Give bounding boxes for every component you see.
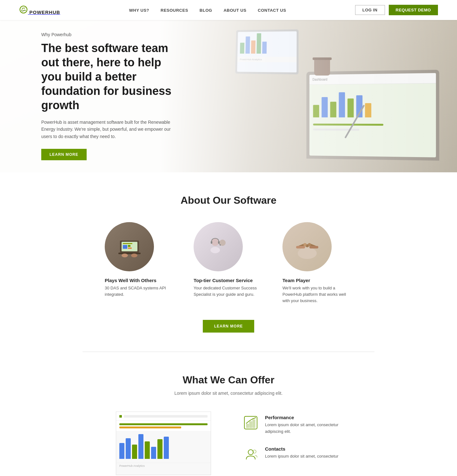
about-learn-more-button[interactable]: LEARN MORE (203, 320, 255, 333)
svg-rect-20 (296, 246, 305, 248)
svg-rect-24 (249, 421, 252, 428)
screenshot-chart-area (116, 431, 211, 463)
about-section-title: About Our Software (19, 195, 438, 206)
svg-rect-23 (246, 424, 249, 428)
laptop-icon (115, 233, 144, 261)
offer-section: What We Can Offer Lorem ipsum dolor sit … (0, 352, 457, 476)
logo[interactable]: POWERHUB (19, 5, 60, 15)
logo-text: POWERHUB (29, 10, 60, 15)
svg-rect-4 (123, 243, 132, 244)
card-desc-service: Your dedicated Customer Success Speciali… (194, 285, 263, 298)
svg-point-9 (131, 254, 137, 257)
chart-bar-2 (126, 438, 131, 459)
request-demo-button[interactable]: REQUEST DEMO (389, 5, 438, 15)
svg-point-0 (20, 6, 27, 13)
card-image-team (282, 222, 332, 271)
nav-link-resources[interactable]: RESOURCES (161, 8, 188, 13)
offer-item-performance: Performance Lorem ipsum dolor sit amet, … (243, 415, 341, 434)
chart-bar-6 (151, 447, 156, 459)
svg-rect-3 (118, 253, 141, 254)
card-team-player: Team Player We'll work with you to build… (282, 222, 352, 304)
chart-bar-5 (145, 441, 150, 459)
offer-item-contacts-text: Contacts Lorem ipsum dolor sit amet, con… (265, 446, 338, 459)
svg-point-8 (122, 254, 128, 257)
svg-point-17 (298, 248, 317, 259)
svg-rect-5 (123, 245, 127, 249)
hero-section: Dashboard (0, 20, 457, 172)
nav-link-why-us[interactable]: WHY US? (129, 8, 149, 13)
offer-items-list: Performance Lorem ipsum dolor sit amet, … (243, 412, 341, 462)
card-title-service: Top-tier Customer Service (194, 278, 263, 283)
chart-bar-7 (157, 439, 162, 459)
chart-bar-8 (164, 437, 169, 459)
screenshot-bar-orange (119, 426, 181, 428)
screenshot-dot (119, 415, 122, 418)
contacts-icon (243, 446, 258, 462)
offer-contacts-title: Contacts (265, 446, 338, 452)
offer-section-title: What We Can Offer (19, 374, 438, 386)
hero-description: PowerHub is asset management software bu… (41, 119, 175, 140)
svg-point-11 (210, 247, 220, 253)
navigation: POWERHUB WHY US? RESOURCES BLOG ABOUT US… (0, 0, 457, 20)
nav-link-contact-us[interactable]: CONTACT US (258, 8, 286, 13)
chart-icon (243, 415, 258, 430)
screenshot-bar-green (119, 423, 208, 425)
logo-icon (19, 5, 28, 14)
contacts-icon-wrapper (243, 446, 259, 462)
svg-rect-13 (211, 241, 212, 244)
chart-bar-1 (119, 443, 124, 459)
nav-actions: LOG IN REQUEST DEMO (355, 5, 438, 15)
hero-eyebrow: Why Powerhub (41, 32, 184, 37)
nav-link-blog[interactable]: BLOG (200, 8, 212, 13)
screenshot-header-row (116, 412, 211, 421)
card-desc-team: We'll work with you to build a PowerHub … (282, 285, 352, 304)
screenshot-footer: PowerHub Analytics (116, 463, 211, 469)
handshake-icon (293, 233, 321, 261)
card-desc-plays-well: 30 DAS and SCADA systems API integrated. (105, 285, 175, 298)
about-software-section: About Our Software (0, 172, 457, 352)
hero-title: The best software team out there, here t… (41, 41, 184, 112)
screenshot-header-bar (124, 415, 208, 418)
svg-point-18 (303, 243, 307, 246)
svg-rect-6 (128, 245, 130, 247)
card-title-plays-well: Plays Well With Others (105, 278, 175, 283)
hero-content: Why Powerhub The best software team out … (0, 32, 184, 160)
offer-performance-desc: Lorem ipsum dolor sit amet, consectetur … (265, 422, 341, 434)
offer-content-row: PowerHub Analytics (19, 412, 438, 476)
card-title-team: Team Player (282, 278, 352, 283)
svg-point-16 (220, 244, 221, 246)
offer-contacts-desc: Lorem ipsum dolor sit amet, consectetur (265, 453, 338, 459)
svg-point-19 (308, 243, 311, 246)
svg-rect-25 (253, 420, 255, 428)
svg-point-26 (248, 450, 253, 455)
performance-icon-wrapper (243, 415, 259, 431)
about-cta-wrapper: LEARN MORE (19, 320, 438, 333)
nav-menu: WHY US? RESOURCES BLOG ABOUT US CONTACT … (129, 7, 286, 13)
screenshot-top-bars (116, 421, 211, 431)
login-button[interactable]: LOG IN (355, 5, 385, 15)
offer-section-subtitle: Lorem ipsum dolor sit amet, consectetur … (19, 391, 438, 396)
offer-item-contacts: Contacts Lorem ipsum dolor sit amet, con… (243, 446, 341, 462)
nav-link-about-us[interactable]: ABOUT US (223, 8, 246, 13)
svg-rect-21 (309, 246, 318, 248)
headset-icon (204, 233, 233, 261)
offer-performance-title: Performance (265, 415, 341, 420)
offer-screenshot-area: PowerHub Analytics (116, 412, 217, 476)
dashboard-screenshot: PowerHub Analytics (116, 412, 211, 475)
hero-learn-more-button[interactable]: LEARN MORE (41, 149, 87, 160)
feature-cards-row: Plays Well With Others 30 DAS and SCADA … (19, 222, 438, 304)
card-plays-well: Plays Well With Others 30 DAS and SCADA … (105, 222, 175, 304)
card-image-service (194, 222, 243, 271)
svg-rect-7 (128, 248, 132, 249)
card-customer-service: Top-tier Customer Service Your dedicated… (194, 222, 263, 304)
chart-bar-3 (132, 445, 137, 459)
card-image-laptop (105, 222, 154, 271)
offer-item-performance-text: Performance Lorem ipsum dolor sit amet, … (265, 415, 341, 434)
chart-bar-4 (138, 434, 143, 459)
